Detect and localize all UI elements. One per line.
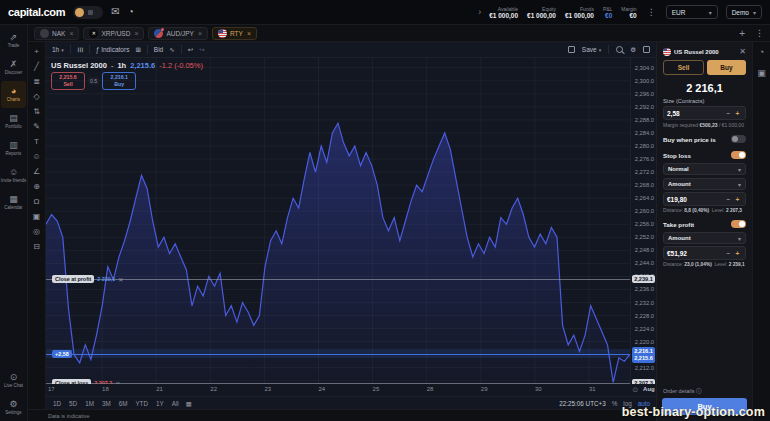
position-size-chip[interactable]: +2,58 <box>52 350 72 358</box>
size-stepper[interactable]: 2,58 − + <box>663 106 746 120</box>
account-mode-select[interactable]: Demo ▾ <box>726 5 762 19</box>
stop-loss-line[interactable] <box>46 383 630 384</box>
price-axis[interactable]: 2,304.02,300.02,296.02,292.02,288.02,284… <box>630 58 656 384</box>
sidebar-item-portfolio[interactable]: ▤Portfolio <box>1 108 26 135</box>
scroll-to-end-icon[interactable]: ⊙ <box>632 386 638 394</box>
redo-icon[interactable]: ↪ <box>199 46 204 54</box>
currency-select[interactable]: EUR ▾ <box>666 5 718 19</box>
remove-stop-loss-icon[interactable]: ✕ <box>115 380 120 384</box>
take-profit-decrease-button[interactable]: − <box>724 250 733 257</box>
stop-loss-type-select[interactable]: Normal ▾ <box>663 163 746 175</box>
range-button-1d[interactable]: 1D <box>52 400 62 407</box>
order-history-clock-icon[interactable]: ◔ <box>759 47 764 57</box>
brush-tool-icon[interactable]: ✎ <box>29 119 44 134</box>
take-profit-amount-stepper[interactable]: €51,92 − + <box>663 246 746 260</box>
close-panel-icon[interactable]: ✕ <box>739 47 746 56</box>
percent-scale-button[interactable]: % <box>612 400 618 407</box>
tab-aud-jpy[interactable]: AUD/JPY× <box>148 27 208 40</box>
take-profit-unit-select[interactable]: Amount ▾ <box>663 232 746 244</box>
range-button-ytd[interactable]: YTD <box>134 400 149 407</box>
take-profit-toggle[interactable] <box>731 220 746 228</box>
range-button-5d[interactable]: 5D <box>68 400 78 407</box>
add-tab-icon[interactable]: + <box>739 28 745 39</box>
size-increase-button[interactable]: + <box>733 110 742 117</box>
timeframe-select[interactable]: 1h ▾ <box>52 46 64 53</box>
stop-loss-unit-select[interactable]: Amount ▾ <box>663 178 746 190</box>
close-tab-icon[interactable]: × <box>198 30 202 37</box>
take-profit-chip[interactable]: Close at profit2 239,1✕ <box>52 275 123 283</box>
sidebar-item-reports[interactable]: ▥Reports <box>1 135 26 162</box>
sidebar-item-charts[interactable]: ◕Charts <box>1 81 26 108</box>
settings-gear-icon[interactable]: ⚙ <box>630 46 636 54</box>
hide-all-tool-icon[interactable]: ◎ <box>29 224 44 239</box>
undo-icon[interactable]: ↩ <box>188 46 193 54</box>
sell-quote-button[interactable]: 2,215.6 Sell <box>51 72 85 90</box>
legend-symbol[interactable]: US Russel 2000 <box>51 61 107 70</box>
stop-loss-increase-button[interactable]: + <box>733 196 742 203</box>
save-layout-button[interactable]: Save ▾ <box>582 46 601 53</box>
time-label: 31 <box>589 386 596 392</box>
close-tab-icon[interactable]: × <box>69 30 73 37</box>
range-button-6m[interactable]: 6M <box>118 400 129 407</box>
bid-price-source-button[interactable]: Bid <box>154 46 163 53</box>
take-profit-line[interactable] <box>46 279 630 280</box>
fullscreen-icon[interactable] <box>643 46 650 53</box>
sidebar-item-settings[interactable]: ⚙Settings <box>1 394 26 421</box>
compare-icon[interactable]: ⊞ <box>135 46 140 54</box>
remove-all-tool-icon[interactable]: ⊟ <box>29 239 44 254</box>
size-decrease-button[interactable]: − <box>724 110 733 117</box>
line-style-icon[interactable]: ∿ <box>169 46 174 54</box>
emoji-tool-icon[interactable]: ☺ <box>29 149 44 164</box>
stop-loss-amount-stepper[interactable]: €19,80 − + <box>663 192 746 206</box>
sidebar-item-discover[interactable]: ✗Discover <box>1 54 26 81</box>
sidebar-item-live-chat[interactable]: ⊙Live Chat <box>1 367 26 394</box>
lock-all-tool-icon[interactable]: ▣ <box>29 209 44 224</box>
sell-tab-button[interactable]: Sell <box>663 60 704 75</box>
tab-xrp-usd[interactable]: ✕XRP/USD× <box>83 27 144 40</box>
search-icon[interactable] <box>616 46 623 53</box>
text-tool-icon[interactable]: T <box>29 134 44 149</box>
sidebar-item-calendar[interactable]: ▦Calendar <box>1 189 26 216</box>
account-menu-kebab-icon[interactable]: ⋮ <box>645 7 658 17</box>
tabbar-kebab-icon[interactable]: ⋮ <box>755 28 764 38</box>
time-axis[interactable]: ⊙ 1718212223242528293031Aug <box>46 384 656 396</box>
tab-nak[interactable]: NAK× <box>34 27 79 40</box>
timezone[interactable]: UTC+3 <box>586 400 606 407</box>
magnet-tool-icon[interactable]: Ω <box>29 194 44 209</box>
layout-icon[interactable] <box>568 46 575 53</box>
close-tab-icon[interactable]: × <box>247 30 251 37</box>
xabcd-pattern-tool-icon[interactable]: ◇ <box>29 89 44 104</box>
range-button-all[interactable]: All <box>171 400 180 407</box>
remove-take-profit-icon[interactable]: ✕ <box>118 276 123 283</box>
order-details-link[interactable]: Order details ⓘ <box>663 388 702 395</box>
theme-toggle[interactable] <box>73 6 103 19</box>
zoom-in-tool-icon[interactable]: ⊕ <box>29 179 44 194</box>
screenshot-gallery-icon[interactable]: ▣ <box>757 68 766 78</box>
chart-canvas[interactable]: US Russel 2000 - 1h 2,215.6 -1.2 (-0.05%… <box>46 58 656 384</box>
take-profit-increase-button[interactable]: + <box>733 250 742 257</box>
sidebar-item-invite-friends[interactable]: ☺Invite friends <box>1 162 26 189</box>
crosshair-tool-icon[interactable]: + <box>29 44 44 59</box>
stop-loss-decrease-button[interactable]: − <box>724 196 733 203</box>
sidebar-item-trade[interactable]: ⇗Trade <box>1 27 26 54</box>
measure-tool-icon[interactable]: ∠ <box>29 164 44 179</box>
stop-loss-chip[interactable]: Close at loss2 207,3✕ <box>52 379 120 384</box>
range-button-1m[interactable]: 1M <box>84 400 95 407</box>
stop-loss-toggle[interactable] <box>731 151 746 159</box>
fib-retracement-tool-icon[interactable]: ≣ <box>29 74 44 89</box>
buy-quote-button[interactable]: 2,216.1 Buy <box>102 72 136 90</box>
chart-type-candles-icon[interactable]: ☰ <box>76 47 84 53</box>
history-clock-icon[interactable]: ◔ <box>128 7 134 17</box>
range-button-1y[interactable]: 1Y <box>155 400 165 407</box>
trend-line-tool-icon[interactable]: ╱ <box>29 59 44 74</box>
indicators-button[interactable]: ƒ Indicators <box>96 46 130 53</box>
close-tab-icon[interactable]: × <box>134 30 138 37</box>
buy-tab-button[interactable]: Buy <box>707 60 746 75</box>
range-button-3m[interactable]: 3M <box>101 400 112 407</box>
buy-when-toggle[interactable] <box>731 135 746 143</box>
mail-icon[interactable]: ✉ <box>111 7 119 17</box>
forecast-tool-icon[interactable]: ⇅ <box>29 104 44 119</box>
go-to-date-icon[interactable]: ▦ <box>186 400 192 407</box>
collapse-account-chevron[interactable]: › <box>478 7 481 17</box>
tab-rty[interactable]: RTY× <box>212 27 257 40</box>
